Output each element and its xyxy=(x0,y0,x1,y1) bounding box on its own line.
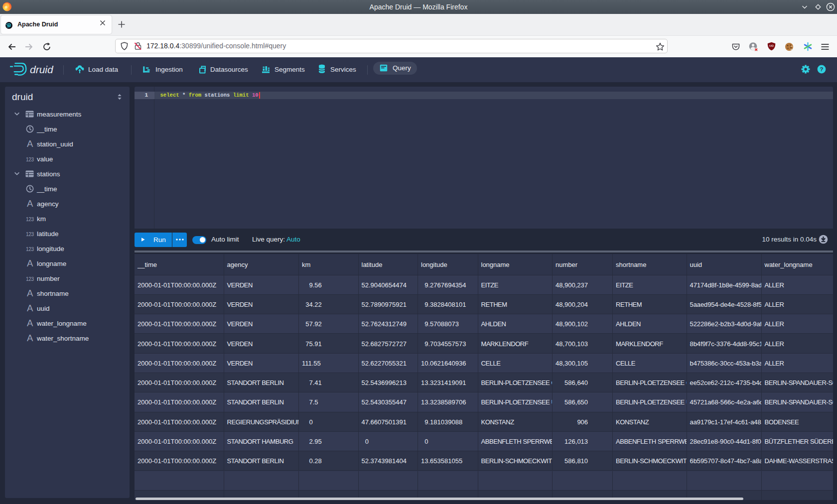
svg-text:?: ? xyxy=(820,66,823,72)
svg-text:UO: UO xyxy=(769,44,774,47)
